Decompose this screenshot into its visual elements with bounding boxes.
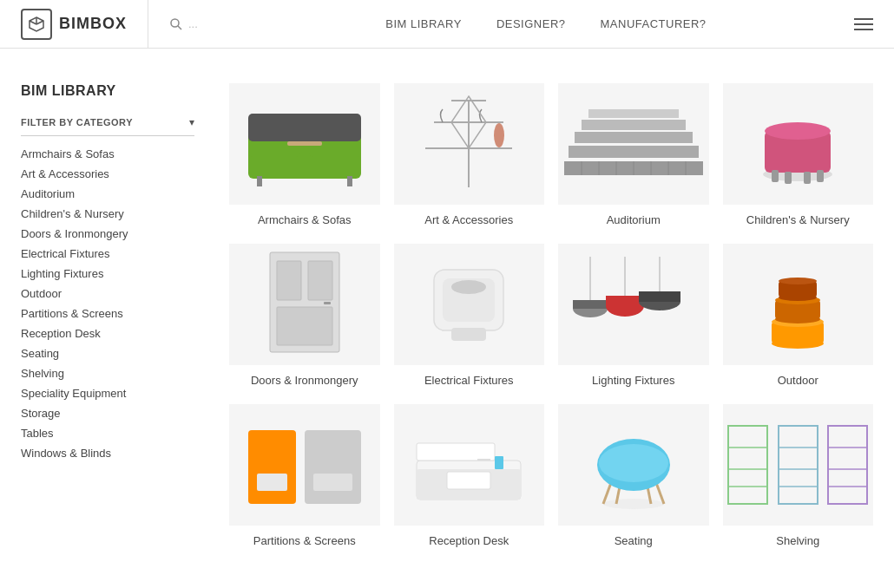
svg-rect-69 xyxy=(257,474,287,491)
svg-rect-84 xyxy=(728,426,767,504)
hamburger-menu[interactable] xyxy=(854,18,873,30)
svg-line-2 xyxy=(30,21,36,24)
grid-item-label: Outdoor xyxy=(778,374,818,387)
grid-item-reception[interactable]: Reception Desk xyxy=(394,404,545,547)
svg-rect-22 xyxy=(569,146,699,158)
grid-item-childrens[interactable]: Children's & Nursery xyxy=(723,83,874,226)
category-item[interactable]: Armchairs & Sofas xyxy=(21,147,194,161)
grid-item-image xyxy=(723,244,874,365)
grid-item-image xyxy=(229,404,380,526)
category-item[interactable]: Children's & Nursery xyxy=(21,206,194,221)
svg-rect-57 xyxy=(639,291,680,302)
category-item[interactable]: Lighting Fixtures xyxy=(21,266,194,281)
logo-area: BIMBOX xyxy=(21,0,148,48)
grid-item-image xyxy=(394,83,545,205)
svg-rect-41 xyxy=(277,261,301,300)
nav-designer[interactable]: DESIGNER? xyxy=(496,17,566,30)
category-item[interactable]: Doors & Ironmongery xyxy=(21,226,194,241)
category-item[interactable]: Reception Desk xyxy=(21,326,194,341)
svg-rect-55 xyxy=(606,296,644,306)
category-item[interactable]: Windows & Blinds xyxy=(21,446,194,461)
grid-item-auditorium[interactable]: Auditorium xyxy=(558,83,709,226)
grid-item-label: Electrical Fixtures xyxy=(424,374,514,387)
grid-item-electrical[interactable]: Electrical Fixtures xyxy=(394,244,545,387)
svg-point-66 xyxy=(779,278,817,284)
svg-line-5 xyxy=(178,26,181,29)
grid-item-image xyxy=(558,83,709,205)
category-item[interactable]: Electrical Fixtures xyxy=(21,246,194,261)
nav-manufacturer[interactable]: MANUFACTURER? xyxy=(601,17,707,30)
grid-item-image xyxy=(394,244,545,365)
main-container: BIM LIBRARY FILTER BY CATEGORY ▾ Armchai… xyxy=(0,49,894,568)
sidebar: BIM LIBRARY FILTER BY CATEGORY ▾ Armchai… xyxy=(21,83,194,547)
category-item[interactable]: Outdoor xyxy=(21,286,194,301)
svg-rect-43 xyxy=(277,307,332,345)
grid-item-label: Armchairs & Sofas xyxy=(258,213,352,226)
svg-rect-47 xyxy=(451,328,486,341)
category-list: Armchairs & Sofas Art & Accessories Audi… xyxy=(21,147,194,461)
grid-item-armchairs[interactable]: Armchairs & Sofas xyxy=(229,83,380,226)
category-item[interactable]: Auditorium xyxy=(21,186,194,201)
category-item[interactable]: Seating xyxy=(21,346,194,361)
svg-rect-38 xyxy=(785,172,792,184)
svg-point-4 xyxy=(171,19,179,27)
svg-rect-42 xyxy=(308,261,332,300)
grid-item-image xyxy=(723,83,874,205)
nav-bim-library[interactable]: BIM LIBRARY xyxy=(385,17,462,30)
svg-rect-75 xyxy=(477,459,490,461)
svg-line-3 xyxy=(36,21,43,24)
svg-rect-25 xyxy=(588,109,679,118)
grid-item-art[interactable]: Art & Accessories xyxy=(394,83,545,226)
grid-item-seating[interactable]: Seating xyxy=(558,404,709,547)
svg-rect-37 xyxy=(817,170,824,182)
filter-label: FILTER BY CATEGORY xyxy=(21,117,133,127)
grid-item-shelving[interactable]: Shelving xyxy=(723,404,874,547)
svg-rect-23 xyxy=(575,132,693,143)
svg-rect-11 xyxy=(257,176,262,186)
search-text: ... xyxy=(188,17,198,30)
chevron-down-icon: ▾ xyxy=(189,116,194,128)
logo-icon xyxy=(21,9,52,40)
svg-rect-92 xyxy=(828,426,867,504)
category-item[interactable]: Shelving xyxy=(21,366,194,381)
search-area[interactable]: ... xyxy=(169,17,203,31)
svg-rect-67 xyxy=(248,430,296,504)
svg-rect-72 xyxy=(417,443,495,461)
category-item[interactable]: Speciality Equipment xyxy=(21,386,194,401)
sidebar-title: BIM LIBRARY xyxy=(21,83,194,99)
grid-item-label: Art & Accessories xyxy=(424,213,513,226)
svg-rect-68 xyxy=(305,430,361,504)
grid-item-label: Partitions & Screens xyxy=(253,534,356,547)
grid-item-image xyxy=(229,83,380,205)
grid-item-label: Doors & Ironmongery xyxy=(251,374,358,387)
grid-item-lighting[interactable]: Lighting Fixtures xyxy=(558,244,709,387)
svg-rect-9 xyxy=(248,114,361,141)
grid-item-outdoor[interactable]: Outdoor xyxy=(723,244,874,387)
category-item[interactable]: Partitions & Screens xyxy=(21,306,194,321)
grid-item-doors[interactable]: Doors & Ironmongery xyxy=(229,244,380,387)
svg-rect-24 xyxy=(582,120,686,130)
svg-point-83 xyxy=(599,444,668,482)
svg-rect-88 xyxy=(779,426,818,504)
nav: BIM LIBRARY DESIGNER? MANUFACTURER? xyxy=(238,17,854,30)
logo-text: BIMBOX xyxy=(59,15,127,33)
grid-item-label: Lighting Fixtures xyxy=(592,374,674,387)
category-item[interactable]: Storage xyxy=(21,406,194,421)
grid-item-image xyxy=(723,404,874,526)
grid-item-image xyxy=(394,404,545,526)
svg-rect-10 xyxy=(287,141,322,146)
product-grid: Armchairs & Sofas xyxy=(229,83,873,547)
svg-rect-76 xyxy=(447,472,490,489)
filter-category-toggle[interactable]: FILTER BY CATEGORY ▾ xyxy=(21,116,194,136)
grid-item-partitions[interactable]: Partitions & Screens xyxy=(229,404,380,547)
header: BIMBOX ... BIM LIBRARY DESIGNER? MANUFAC… xyxy=(0,0,894,49)
category-item[interactable]: Tables xyxy=(21,426,194,441)
grid-item-label: Reception Desk xyxy=(429,534,509,547)
grid-item-label: Seating xyxy=(615,534,653,547)
svg-point-77 xyxy=(603,499,664,509)
category-item[interactable]: Art & Accessories xyxy=(21,167,194,181)
grid-item-image xyxy=(558,404,709,526)
svg-point-35 xyxy=(765,122,831,140)
svg-rect-12 xyxy=(347,176,352,186)
svg-rect-70 xyxy=(313,474,352,491)
